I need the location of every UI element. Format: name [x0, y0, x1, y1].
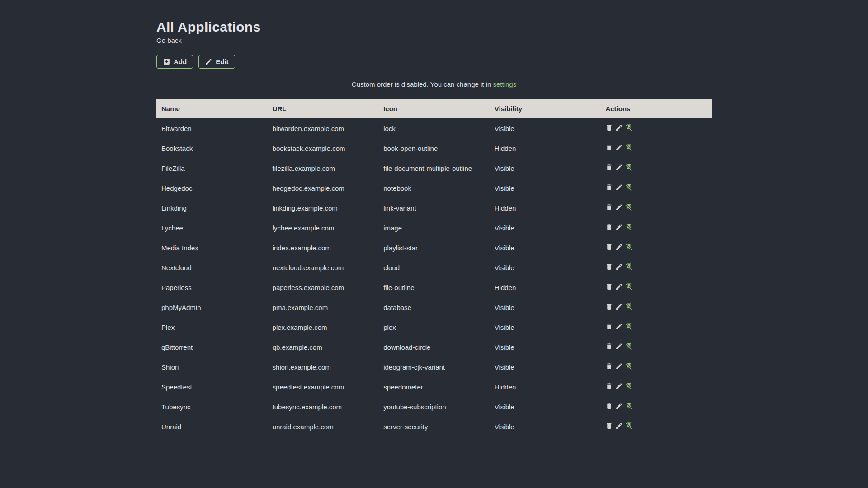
edit-row-button[interactable]: [615, 243, 623, 252]
unpin-button[interactable]: [625, 402, 633, 411]
row-actions: [605, 198, 712, 218]
delete-button[interactable]: [605, 203, 613, 212]
row-actions: [605, 377, 712, 397]
edit-row-button[interactable]: [615, 303, 623, 312]
trash-icon: [605, 343, 613, 352]
delete-button[interactable]: [605, 323, 613, 332]
column-header-url: URL: [268, 99, 379, 118]
app-icon-cell: plex: [378, 317, 490, 337]
table-body: Bitwarden bitwarden.example.com lock Vis…: [156, 118, 712, 436]
unpin-button[interactable]: [625, 323, 633, 332]
table-row: Hedgedoc hedgedoc.example.com notebook V…: [156, 178, 712, 198]
pin-off-icon: [625, 203, 633, 212]
delete-button[interactable]: [605, 283, 613, 292]
edit-row-button[interactable]: [615, 362, 623, 371]
unpin-button[interactable]: [625, 223, 633, 232]
unpin-button[interactable]: [625, 343, 633, 352]
delete-button[interactable]: [605, 144, 613, 153]
edit-row-button[interactable]: [615, 422, 623, 431]
edit-row-button[interactable]: [615, 283, 623, 292]
column-header-actions: Actions: [600, 99, 712, 118]
edit-row-button[interactable]: [615, 124, 623, 133]
app-name-cell: Unraid: [156, 417, 268, 436]
delete-button[interactable]: [605, 382, 613, 391]
unpin-button[interactable]: [625, 243, 633, 252]
app-visibility-cell: Visible: [490, 158, 601, 178]
app-visibility-cell: Hidden: [490, 277, 601, 297]
column-header-icon: Icon: [378, 99, 490, 118]
pencil-icon: [615, 343, 623, 352]
pencil-icon: [615, 283, 623, 292]
trash-icon: [605, 382, 613, 391]
add-button[interactable]: Add: [156, 55, 193, 69]
settings-page: All Applications Go back Add Edit Custom…: [156, 0, 712, 436]
unpin-button[interactable]: [625, 382, 633, 391]
edit-row-button[interactable]: [615, 263, 623, 272]
pencil-icon: [615, 164, 623, 173]
trash-icon: [605, 164, 613, 173]
edit-row-button[interactable]: [615, 402, 623, 411]
trash-icon: [605, 124, 613, 133]
row-actions: [605, 118, 712, 138]
pin-off-icon: [625, 183, 633, 192]
go-back-link[interactable]: Go back: [156, 37, 182, 44]
app-name-cell: Lychee: [156, 218, 268, 238]
unpin-button[interactable]: [625, 164, 633, 173]
app-visibility-cell: Visible: [490, 397, 601, 417]
app-visibility-cell: Visible: [490, 357, 601, 377]
plus-box-icon: [163, 58, 170, 66]
edit-row-button[interactable]: [615, 144, 623, 153]
unpin-button[interactable]: [625, 183, 633, 192]
delete-button[interactable]: [605, 164, 613, 173]
unpin-button[interactable]: [625, 263, 633, 272]
app-visibility-cell: Visible: [490, 337, 601, 357]
pencil-icon: [615, 382, 623, 391]
edit-row-button[interactable]: [615, 203, 623, 212]
edit-row-button[interactable]: [615, 164, 623, 173]
pencil-icon: [615, 223, 623, 232]
pencil-icon: [615, 263, 623, 272]
unpin-button[interactable]: [625, 303, 633, 312]
app-name-cell: Hedgedoc: [156, 178, 268, 198]
delete-button[interactable]: [605, 402, 613, 411]
app-url-cell: shiori.example.com: [268, 357, 379, 377]
pin-off-icon: [625, 422, 633, 431]
edit-row-button[interactable]: [615, 323, 623, 332]
edit-row-button[interactable]: [615, 343, 623, 352]
unpin-button[interactable]: [625, 144, 633, 153]
table-row: FileZilla filezilla.example.com file-doc…: [156, 158, 712, 178]
edit-button[interactable]: Edit: [198, 55, 235, 69]
trash-icon: [605, 183, 613, 192]
app-name-cell: Plex: [156, 317, 268, 337]
delete-button[interactable]: [605, 343, 613, 352]
pencil-icon: [615, 183, 623, 192]
delete-button[interactable]: [605, 263, 613, 272]
delete-button[interactable]: [605, 183, 613, 192]
unpin-button[interactable]: [625, 422, 633, 431]
app-name-cell: Shiori: [156, 357, 268, 377]
delete-button[interactable]: [605, 124, 613, 133]
trash-icon: [605, 144, 613, 153]
unpin-button[interactable]: [625, 283, 633, 292]
app-icon-cell: youtube-subscription: [378, 397, 490, 417]
unpin-button[interactable]: [625, 362, 633, 371]
app-name-cell: Tubesync: [156, 397, 268, 417]
app-icon-cell: cloud: [378, 258, 490, 277]
table-row: Shiori shiori.example.com ideogram-cjk-v…: [156, 357, 712, 377]
edit-row-button[interactable]: [615, 223, 623, 232]
edit-row-button[interactable]: [615, 183, 623, 192]
delete-button[interactable]: [605, 303, 613, 312]
pin-off-icon: [625, 223, 633, 232]
settings-link[interactable]: settings: [493, 80, 517, 88]
app-visibility-cell: Visible: [490, 118, 601, 138]
table-row: Unraid unraid.example.com server-securit…: [156, 417, 712, 436]
delete-button[interactable]: [605, 243, 613, 252]
delete-button[interactable]: [605, 362, 613, 371]
unpin-button[interactable]: [625, 124, 633, 133]
app-name-cell: Bookstack: [156, 138, 268, 158]
delete-button[interactable]: [605, 223, 613, 232]
delete-button[interactable]: [605, 422, 613, 431]
edit-row-button[interactable]: [615, 382, 623, 391]
app-icon-cell: book-open-outline: [378, 138, 490, 158]
unpin-button[interactable]: [625, 203, 633, 212]
